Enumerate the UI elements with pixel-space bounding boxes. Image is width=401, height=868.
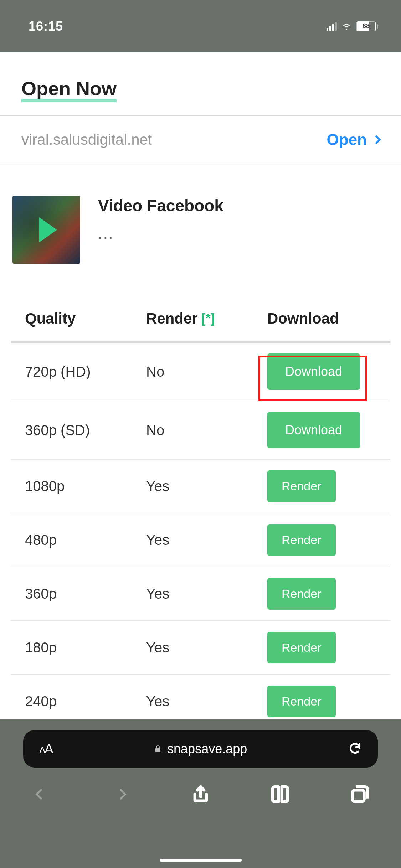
bottom-toolbar: [23, 768, 378, 805]
cellular-signal-icon: [327, 22, 337, 31]
wifi-icon: [341, 20, 352, 32]
video-subtitle: ...: [98, 226, 223, 242]
chevron-right-icon: [115, 789, 126, 800]
render-button[interactable]: Render: [267, 470, 336, 502]
table-row: 360p (SD)NoDownload: [11, 401, 390, 460]
cell-quality: 360p (SD): [25, 422, 146, 438]
status-time: 16:15: [23, 19, 63, 34]
battery-level: 68: [356, 21, 376, 31]
url-bar[interactable]: AA snapsave.app: [23, 730, 378, 768]
browser-chrome: AA snapsave.app: [0, 719, 401, 868]
cell-render: Yes: [146, 478, 267, 494]
cell-quality: 1080p: [25, 478, 146, 494]
ad-domain: viral.salusdigital.net: [21, 131, 152, 148]
table-row: 720p (HD)NoDownload: [11, 343, 390, 401]
svg-rect-0: [353, 790, 364, 802]
quality-table: Quality Render [*] Download 720p (HD)NoD…: [0, 278, 401, 729]
cell-action: Render: [267, 578, 376, 610]
cell-quality: 180p: [25, 640, 146, 656]
render-button[interactable]: Render: [267, 524, 336, 556]
ad-open-link[interactable]: Open: [327, 131, 380, 149]
cell-action: Download: [267, 353, 376, 390]
ad-title: Open Now: [21, 77, 117, 99]
cell-render: Yes: [146, 693, 267, 709]
bookmarks-button[interactable]: [269, 784, 291, 805]
cell-action: Render: [267, 686, 376, 717]
table-body: 720p (HD)NoDownload360p (SD)NoDownload10…: [11, 343, 390, 729]
video-info: Video Facebook ...: [0, 164, 401, 278]
cell-render: Yes: [146, 532, 267, 548]
cell-quality: 480p: [25, 532, 146, 548]
table-header-row: Quality Render [*] Download: [11, 296, 390, 343]
reload-button[interactable]: [348, 742, 362, 756]
reader-mode-button[interactable]: AA: [39, 742, 52, 756]
cell-render: No: [146, 422, 267, 438]
ad-open-label: Open: [327, 131, 367, 149]
video-thumbnail[interactable]: [12, 196, 80, 264]
home-indicator: [160, 859, 242, 862]
header-render-label: Render: [146, 310, 198, 327]
header-download: Download: [267, 310, 376, 327]
header-render-note: [*]: [201, 311, 215, 326]
cell-action: Render: [267, 470, 376, 502]
cell-quality: 360p: [25, 586, 146, 602]
cell-action: Render: [267, 524, 376, 556]
video-title: Video Facebook: [98, 196, 223, 215]
video-meta: Video Facebook ...: [98, 196, 223, 264]
lock-icon: [154, 742, 162, 756]
share-button[interactable]: [190, 784, 211, 805]
back-button[interactable]: [30, 784, 52, 805]
url-text: snapsave.app: [167, 742, 247, 756]
table-row: 480pYesRender: [11, 513, 390, 567]
status-icons: 68: [327, 20, 378, 32]
table-row: 1080pYesRender: [11, 460, 390, 513]
cell-render: No: [146, 364, 267, 380]
cell-render: Yes: [146, 640, 267, 656]
cell-action: Render: [267, 632, 376, 663]
ad-link-row[interactable]: viral.salusdigital.net Open: [0, 115, 401, 164]
download-button[interactable]: Download: [267, 353, 360, 390]
chevron-left-icon: [35, 789, 46, 800]
table-row: 180pYesRender: [11, 621, 390, 675]
download-button[interactable]: Download: [267, 412, 360, 448]
tabs-button[interactable]: [349, 784, 371, 805]
cell-quality: 240p: [25, 693, 146, 709]
page-content: Open Now viral.salusdigital.net Open Vid…: [0, 52, 401, 719]
cell-quality: 720p (HD): [25, 364, 146, 380]
play-icon: [39, 217, 57, 242]
render-button[interactable]: Render: [267, 686, 336, 717]
render-button[interactable]: Render: [267, 578, 336, 610]
url-display[interactable]: snapsave.app: [52, 742, 348, 756]
forward-button[interactable]: [110, 784, 132, 805]
ad-card: Open Now: [0, 52, 401, 115]
cell-action: Download: [267, 412, 376, 448]
table-row: 360pYesRender: [11, 567, 390, 621]
cell-render: Yes: [146, 586, 267, 602]
render-button[interactable]: Render: [267, 632, 336, 663]
battery-icon: 68: [356, 21, 378, 31]
chevron-right-icon: [372, 135, 381, 144]
header-quality: Quality: [25, 310, 146, 327]
status-bar: 16:15 68: [0, 0, 401, 52]
header-render: Render [*]: [146, 310, 267, 327]
